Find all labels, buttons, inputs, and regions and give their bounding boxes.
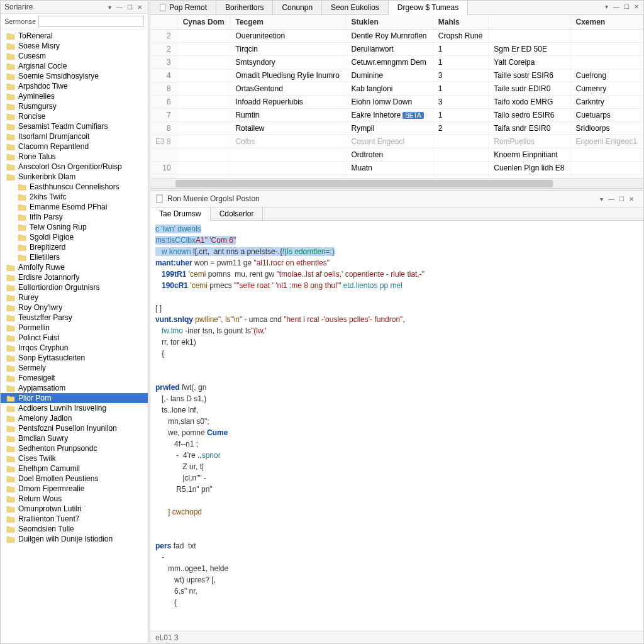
grid-scroll[interactable]: Cynas DomTecgemStuklenMahlsCxemen 2Oueru…	[150, 15, 643, 178]
grid-cell[interactable]	[570, 56, 643, 69]
grid-cell[interactable]: Cetuwr.emngmm Dem	[346, 56, 433, 69]
filter-input[interactable]	[38, 16, 144, 27]
code-line[interactable]: Z ur, t|	[155, 461, 638, 472]
tree-item[interactable]: Sgoldi Pigioe	[1, 232, 148, 242]
scrollbar-thumb[interactable]	[175, 180, 553, 187]
grid-column-header[interactable]: Stuklen	[346, 15, 433, 30]
grid-cell[interactable]: Eiohn Iomw Down	[346, 96, 433, 109]
code-line[interactable]: pers fad txt	[155, 540, 638, 552]
grid-cell[interactable]	[433, 135, 489, 148]
grid-cell[interactable]: Kab langloni	[346, 82, 433, 96]
grid-cell[interactable]: 3	[433, 69, 489, 82]
dropdown-icon[interactable]: ▾	[597, 194, 606, 203]
grid-cell[interactable]: Omadit Pluedisng Rylie Inumro	[230, 69, 346, 82]
code-line[interactable]: {	[155, 597, 638, 608]
table-row[interactable]: 4Omadit Pluedisng Rylie InumroDuminine3T…	[150, 69, 643, 82]
code-tab[interactable]: Cdolserlor	[211, 208, 264, 220]
grid-cell[interactable]: Sgm Er ED 50E	[489, 43, 570, 56]
tree-item[interactable]: Roy Ony'lwry	[1, 303, 148, 313]
grid-cell[interactable]	[230, 148, 346, 162]
grid-cell[interactable]: Tailo sedro ESIR6	[489, 109, 570, 122]
grid-cell[interactable]: Taile sudr EDIR0	[489, 82, 570, 96]
grid-tab[interactable]: Borihertlors	[216, 1, 273, 14]
tree-item[interactable]: Erdisre Jotannorfy	[1, 272, 148, 282]
code-line[interactable]: ] cwchopd	[155, 506, 638, 518]
grid-cell[interactable]: 1	[433, 109, 489, 122]
grid-cell[interactable]	[177, 96, 230, 109]
grid-cell[interactable]	[230, 162, 346, 175]
grid-cell[interactable]: 6	[150, 96, 177, 109]
grid-cell[interactable]: Cuelrong	[570, 69, 643, 82]
minimize-icon[interactable]: —	[612, 2, 621, 11]
grid-cell[interactable]	[570, 148, 643, 162]
code-line[interactable]: w known l[,crt, ant nns a pneIstse-.{!|I…	[155, 246, 638, 257]
grid-cell[interactable]	[433, 148, 489, 162]
grid-cell[interactable]: E3 8	[150, 135, 177, 148]
grid-tab[interactable]: Drgeow $ Tumeas	[389, 1, 468, 15]
tree-item[interactable]: Soemie Smsidhosyisrye	[1, 71, 148, 81]
code-line[interactable]: |cl,n"" -	[155, 472, 638, 484]
grid-cell[interactable]: 2	[433, 122, 489, 135]
tree-item[interactable]: Easthhunscu Cennelishors	[1, 182, 148, 192]
code-line[interactable]: fw.lmo -iner tsn, ls gount Is"(lw,'	[155, 325, 638, 336]
tree-item[interactable]: Sedhenton Prunpsondc	[1, 443, 148, 453]
grid-tab[interactable]: Conunpn	[273, 1, 322, 14]
code-line[interactable]: 190cR1 'cemi pmecs ""selle roat ' 'nl1 :…	[155, 280, 638, 291]
code-line[interactable]: mm..ogee1, helde	[155, 563, 638, 574]
grid-cell[interactable]	[177, 43, 230, 56]
grid-cell[interactable]: Rumtin	[230, 109, 346, 122]
grid-cell[interactable]	[433, 162, 489, 175]
grid-cell[interactable]: Derulianwort	[346, 43, 433, 56]
grid-cell[interactable]: Oueruniteetion	[230, 30, 346, 43]
grid-cell[interactable]: 8	[150, 82, 177, 96]
tree-item[interactable]: Fomesigelt	[1, 373, 148, 383]
grid-cell[interactable]: Colbs	[230, 135, 346, 148]
maximize-icon[interactable]: ☐	[617, 194, 626, 203]
grid-cell[interactable]: 7	[150, 109, 177, 122]
grid-cell[interactable]: Sridloorps	[570, 122, 643, 135]
dropdown-icon[interactable]: ▾	[105, 3, 114, 11]
tree-item[interactable]: Amelony Jadlon	[1, 413, 148, 423]
code-line[interactable]	[155, 495, 638, 506]
tree-item[interactable]: Sermely	[1, 363, 148, 373]
tree-item[interactable]: Rone Talus	[1, 152, 148, 162]
tree-item[interactable]: Irrqos Cryphun	[1, 343, 148, 353]
tree-item[interactable]: Soese Misry	[1, 41, 148, 51]
grid-cell[interactable]	[177, 122, 230, 135]
code-line[interactable]: {	[155, 348, 638, 359]
code-line[interactable]: [ ]	[155, 303, 638, 314]
grid-cell[interactable]: 8	[150, 122, 177, 135]
tree-item[interactable]: Ehelhpm Camumil	[1, 464, 148, 474]
maximize-icon[interactable]: ☐	[622, 2, 631, 11]
code-line[interactable]: vunt.snlqy pwlline", ls"\n" - umca cnd "…	[155, 314, 638, 325]
grid-cell[interactable]: RomPuelios	[489, 135, 570, 148]
grid-cell[interactable]: Tirqcin	[230, 43, 346, 56]
grid-cell[interactable]: 2	[150, 30, 177, 43]
grid-cell[interactable]: 1	[433, 56, 489, 69]
grid-cell[interactable]: Taille sostr ESIR6	[489, 69, 570, 82]
grid-cell[interactable]: Smtsyndory	[230, 56, 346, 69]
table-row[interactable]: 10MuatnCuenlen Plgn lidh E8	[150, 162, 643, 175]
code-line[interactable]	[155, 370, 638, 382]
tree-item[interactable]: Emanme Esomd PFhai	[1, 202, 148, 212]
grid-cell[interactable]: 2	[150, 43, 177, 56]
code-line[interactable]	[155, 359, 638, 370]
tree-item[interactable]: Cises Twilk	[1, 453, 148, 464]
close-icon[interactable]: ✕	[627, 194, 636, 203]
grid-cell[interactable]	[177, 30, 230, 43]
tree-item[interactable]: Telw Osning Rup	[1, 222, 148, 232]
grid-cell[interactable]: 4	[150, 69, 177, 82]
table-row[interactable]: 8RotailewRympil2Taifa sndr ESIR0Sridloor…	[150, 122, 643, 135]
grid-column-header[interactable]: Mahls	[433, 15, 489, 30]
grid-cell[interactable]: Infoadd Repuerlubis	[230, 96, 346, 109]
tree-item[interactable]: 2kihs Twifc	[1, 192, 148, 202]
grid-cell[interactable]: 1	[433, 43, 489, 56]
code-line[interactable]: R5,1n" pn"	[155, 484, 638, 495]
code-editor[interactable]: c 'lwn' dwenlsms:tisCClbxA1" 'Com 6" w k…	[150, 221, 643, 631]
tree-item[interactable]: Elietillers	[1, 252, 148, 262]
tree-item[interactable]: Dmom Fipermrealie	[1, 484, 148, 494]
grid-cell[interactable]: Eakre InhetoreBETA	[346, 109, 433, 122]
tree-item[interactable]: Rrallienton Tuent7	[1, 514, 148, 524]
code-tab[interactable]: Tae Drumsw	[150, 208, 211, 221]
grid-column-header[interactable]	[489, 15, 570, 30]
